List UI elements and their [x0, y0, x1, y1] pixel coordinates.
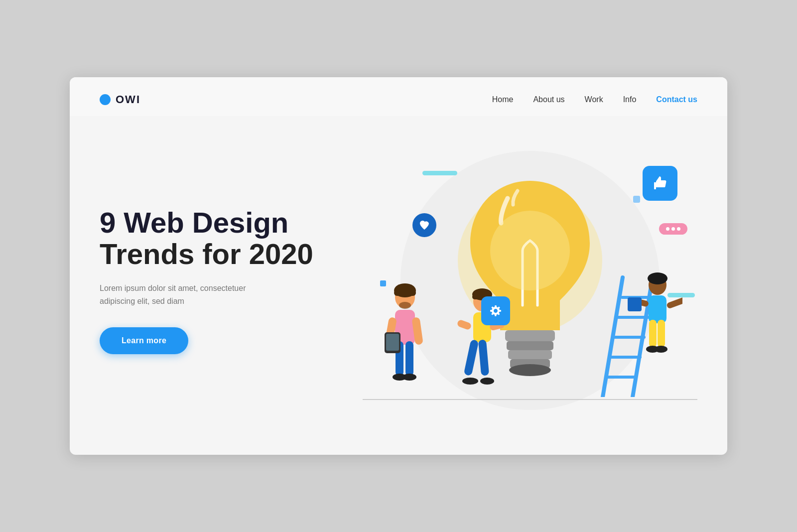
svg-point-38 — [648, 272, 667, 284]
person-left — [378, 282, 432, 399]
nav-about[interactable]: About us — [533, 95, 564, 104]
svg-rect-18 — [394, 290, 416, 296]
svg-rect-39 — [649, 295, 666, 323]
svg-point-27 — [480, 378, 494, 385]
svg-point-5 — [509, 364, 551, 376]
person-right — [583, 238, 682, 399]
person-right-figure — [583, 238, 682, 397]
svg-rect-1 — [505, 330, 555, 341]
nav: Home About us Work Info Contact us — [492, 95, 697, 104]
nav-work[interactable]: Work — [585, 95, 603, 104]
ground-line — [363, 399, 697, 400]
like-badge — [643, 166, 677, 201]
person-left-figure — [378, 282, 432, 397]
learn-more-button[interactable]: Learn more — [100, 327, 188, 354]
header: OWI Home About us Work Info Contact us — [70, 77, 727, 116]
nav-info[interactable]: Info — [623, 95, 637, 104]
left-panel: 9 Web Design Trends for 2020 Lorem ipsum… — [100, 207, 363, 355]
svg-rect-44 — [666, 297, 682, 309]
gear-icon — [488, 303, 504, 319]
main-content: 9 Web Design Trends for 2020 Lorem ipsum… — [70, 116, 727, 455]
svg-rect-16 — [386, 334, 399, 351]
chat-dot-2 — [671, 227, 675, 231]
chat-dot-1 — [666, 227, 669, 231]
heart-icon — [418, 219, 430, 231]
svg-point-26 — [462, 378, 478, 385]
svg-rect-3 — [508, 350, 552, 359]
svg-rect-24 — [464, 339, 479, 376]
svg-point-19 — [399, 302, 411, 309]
logo-text: OWI — [116, 93, 140, 106]
svg-rect-46 — [628, 297, 642, 311]
svg-rect-10 — [405, 341, 413, 376]
nav-home[interactable]: Home — [492, 95, 514, 104]
svg-point-12 — [402, 374, 416, 381]
svg-point-6 — [490, 211, 570, 290]
svg-rect-29 — [456, 319, 472, 331]
logo-area: OWI — [100, 93, 140, 106]
hero-title: 9 Web Design Trends for 2020 — [100, 207, 353, 270]
svg-rect-25 — [478, 339, 489, 376]
svg-rect-2 — [507, 341, 553, 350]
page-wrapper: OWI Home About us Work Info Contact us 9… — [70, 77, 727, 455]
logo-dot — [100, 94, 111, 105]
gear-box — [481, 296, 510, 325]
heart-badge — [412, 213, 436, 237]
svg-rect-41 — [658, 320, 665, 347]
nav-contact[interactable]: Contact us — [656, 95, 697, 104]
chat-dot-3 — [677, 227, 680, 231]
small-square-1 — [633, 196, 640, 203]
hero-subtitle: Lorem ipsum dolor sit amet, consectetuer… — [100, 282, 269, 307]
right-panel — [363, 136, 697, 425]
thumbs-up-icon — [651, 174, 669, 192]
chat-badge — [659, 223, 687, 235]
svg-rect-40 — [649, 320, 657, 347]
svg-point-43 — [655, 346, 667, 353]
